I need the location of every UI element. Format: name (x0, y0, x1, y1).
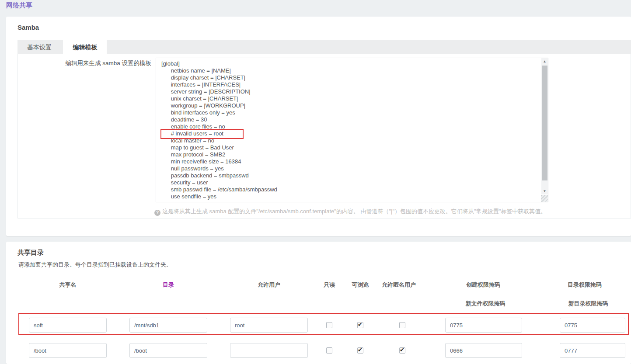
textarea-scrollbar[interactable]: ▲ ▼ (541, 58, 548, 194)
col-subheader-new-dir-mask: 新目录权限掩码 (568, 300, 608, 308)
samba-tab-bar: 基本设置 编辑模板 (17, 40, 631, 54)
col-header-directory-mask: 目录权限掩码 (568, 281, 602, 289)
directory-mask-input[interactable] (560, 343, 625, 358)
samba-card: Samba 基本设置 编辑模板 编辑用来生成 samba 设置的模板 ▲ ▼ ?… (6, 17, 631, 236)
samba-card-title: Samba (17, 24, 39, 31)
col-header-directory: 目录 (163, 281, 174, 289)
create-mask-input[interactable] (445, 318, 522, 333)
template-textarea-container: ▲ ▼ (156, 58, 548, 202)
template-help-text-row: ?这是将从其上生成 samba 配置的文件"/etc/samba/smb.con… (154, 208, 546, 216)
directory-input[interactable] (129, 343, 207, 358)
tab-basic-settings[interactable]: 基本设置 (17, 40, 61, 54)
share-name-input[interactable] (29, 318, 107, 333)
col-header-guest-allowed: 允许匿名用户 (382, 281, 416, 289)
col-header-browseable: 可浏览 (352, 281, 369, 289)
guest-allowed-checkbox[interactable] (399, 322, 405, 328)
directory-input[interactable] (129, 318, 207, 333)
col-header-create-mask: 创建权限掩码 (466, 281, 500, 289)
readonly-checkbox[interactable] (326, 322, 332, 328)
col-header-readonly: 只读 (324, 281, 335, 289)
share-row (6, 343, 631, 359)
template-help-text: 这是将从其上生成 samba 配置的文件"/etc/samba/smb.conf… (162, 208, 546, 215)
allowed-users-input[interactable] (230, 318, 308, 333)
scroll-up-icon[interactable]: ▲ (541, 58, 548, 65)
readonly-checkbox[interactable] (326, 347, 332, 354)
browseable-checkbox[interactable] (357, 347, 363, 354)
allowed-users-input[interactable] (230, 343, 308, 358)
guest-allowed-checkbox[interactable] (399, 347, 405, 354)
help-icon: ? (154, 210, 160, 216)
template-textarea[interactable] (156, 58, 540, 202)
share-name-input[interactable] (29, 343, 107, 358)
col-subheader-new-file-mask: 新文件权限掩码 (466, 300, 505, 308)
scrollbar-thumb[interactable] (542, 66, 547, 180)
scroll-down-icon[interactable]: ▼ (541, 188, 548, 194)
shares-section-title: 共享目录 (17, 249, 44, 257)
tab-edit-template[interactable]: 编辑模板 (63, 40, 107, 54)
create-mask-input[interactable] (445, 343, 522, 358)
shares-description: 请添加要共享的目录。每个目录指到已挂载设备上的文件夹。 (18, 261, 172, 269)
browseable-checkbox[interactable] (357, 322, 363, 328)
template-field-label: 编辑用来生成 samba 设置的模板 (18, 59, 151, 67)
shared-directories-card: 共享目录 请添加要共享的目录。每个目录指到已挂载设备上的文件夹。 共享名 目录 … (6, 242, 631, 364)
resize-grip-icon[interactable] (541, 195, 548, 202)
page-title: 网络共享 (6, 1, 32, 10)
col-header-allowed-users: 允许用户 (258, 281, 280, 289)
directory-mask-input[interactable] (560, 318, 625, 333)
share-row (6, 318, 631, 333)
col-header-share-name: 共享名 (59, 281, 77, 289)
edit-template-panel: 编辑用来生成 samba 设置的模板 ▲ ▼ ?这是将从其上生成 samba 配… (17, 54, 631, 218)
